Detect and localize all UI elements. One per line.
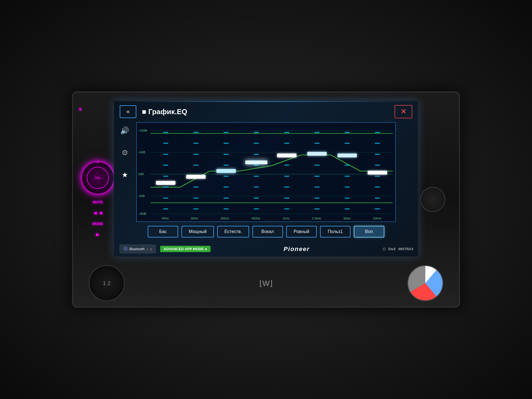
- eq-band-1khz: [272, 128, 302, 213]
- eq-slider-handle-4[interactable]: [245, 160, 267, 164]
- preset-user1[interactable]: Польз1: [320, 226, 351, 237]
- tick: [314, 132, 319, 133]
- tick: [254, 154, 259, 155]
- gear-icon[interactable]: ⚙: [117, 145, 132, 160]
- eq-sliders: [150, 128, 393, 213]
- top-bar: « ■ График.EQ ✕: [114, 101, 418, 122]
- knob-mark-1: 1: [103, 280, 106, 287]
- tick: [254, 176, 259, 177]
- app-mode-badge: ADVANCED APP MODE◄: [160, 246, 211, 252]
- divx-badge: DivX: [388, 247, 396, 251]
- volume-knob[interactable]: VOL: [81, 161, 114, 195]
- band-ticks-6: [302, 128, 332, 213]
- speaker-icon[interactable]: 🔊: [117, 123, 132, 138]
- tick: [224, 165, 229, 166]
- tick: [375, 198, 380, 199]
- tick: [163, 176, 168, 177]
- freq-6khz: 6kHz: [344, 217, 351, 220]
- vol-plus-icon[interactable]: +: [78, 106, 82, 113]
- tick: [284, 208, 289, 209]
- freq-labels: 40Hz 80Hz 200Hz 400Hz 1kHz 2.5kHz 6kHz 1…: [150, 217, 393, 220]
- tick: [254, 165, 259, 166]
- preset-buttons: Бас Мощный Естеств. Вокал Ровный Польз1 …: [114, 222, 418, 241]
- grid-label-18db: +18dB: [138, 129, 147, 132]
- pioneer-logo: Pioneer: [211, 245, 383, 253]
- left-bottom-knob[interactable]: 1 2: [89, 265, 125, 301]
- right-dial-container: [407, 265, 443, 301]
- tick: [345, 186, 350, 188]
- preset-powerful[interactable]: Мощный: [181, 226, 214, 237]
- tick: [254, 186, 259, 188]
- band-ticks-1: [150, 128, 181, 213]
- tick: [224, 176, 229, 177]
- tick: [345, 208, 350, 209]
- close-button[interactable]: ✕: [395, 105, 412, 118]
- mode-button[interactable]: MODE: [93, 222, 103, 226]
- tick: [224, 186, 229, 188]
- mixtrax-badge: MIXTRAX: [398, 247, 413, 251]
- grid-label-neg6db: -6dB: [138, 194, 145, 198]
- tick: [375, 154, 380, 155]
- tick: [193, 186, 198, 188]
- bluetooth-right-icon: ⬡: [383, 247, 385, 251]
- prev-button[interactable]: ◄◄: [92, 210, 103, 216]
- preset-bass[interactable]: Бас: [148, 226, 178, 237]
- eq-slider-handle-1[interactable]: [156, 181, 175, 185]
- tick: [375, 176, 380, 177]
- tick: [163, 154, 168, 155]
- screen-bg: « ■ График.EQ ✕ 🔊 ⚙ ★ +18dB +6: [114, 101, 418, 256]
- right-knob[interactable]: [420, 187, 445, 212]
- tick: [224, 208, 229, 209]
- next-button[interactable]: ►: [95, 231, 101, 238]
- tick: [375, 165, 380, 166]
- right-controls: [420, 187, 445, 212]
- tick: [163, 198, 168, 199]
- eq-slider-handle-5[interactable]: [277, 154, 296, 157]
- eq-slider-handle-2[interactable]: [186, 175, 206, 179]
- favorites-icon[interactable]: ★: [117, 168, 132, 182]
- eq-slider-handle-7[interactable]: [337, 154, 357, 157]
- preset-vocal[interactable]: Вокал: [252, 226, 283, 237]
- eq-band-40hz: [150, 128, 181, 213]
- tick: [193, 208, 198, 209]
- tick: [284, 165, 289, 166]
- tick: [314, 143, 319, 144]
- tick: [193, 143, 198, 144]
- tick: [314, 165, 319, 166]
- eq-band-2500hz: [302, 128, 332, 213]
- tick: [193, 198, 198, 199]
- eq-slider-handle-8[interactable]: [368, 171, 387, 175]
- tick: [163, 186, 168, 188]
- preset-natural[interactable]: Естеств.: [217, 226, 249, 237]
- tick: [193, 132, 198, 133]
- eq-slider-handle-3[interactable]: [216, 169, 236, 173]
- eq-band-200hz: [211, 128, 241, 213]
- tick: [284, 176, 289, 177]
- eq-graph: +18dB +6dB 0dB -6dB -18dB: [137, 122, 395, 222]
- eq-slider-handle-6[interactable]: [307, 152, 327, 156]
- tick: [193, 154, 198, 155]
- vol-label: VOL: [95, 176, 101, 180]
- tick: [224, 198, 229, 199]
- vol-minus-icon[interactable]: -: [97, 158, 99, 166]
- preset-bon[interactable]: Bon: [354, 226, 384, 237]
- tick: [163, 132, 168, 133]
- color-temperature-dial[interactable]: [407, 265, 443, 301]
- tick: [284, 198, 289, 199]
- freq-40hz: 40Hz: [162, 217, 169, 220]
- mute-button[interactable]: MUTE: [93, 200, 103, 204]
- freq-1khz: 1kHz: [283, 217, 290, 220]
- preset-flat[interactable]: Ровный: [286, 226, 317, 237]
- freq-2500hz: 2.5kHz: [312, 217, 321, 220]
- tick: [314, 186, 319, 188]
- tick: [345, 143, 350, 144]
- grid-label-0db: 0dB: [138, 172, 144, 176]
- bluetooth-icon: Ⓑ: [123, 246, 128, 252]
- tick: [254, 132, 259, 133]
- tick: [224, 143, 229, 144]
- grid-label-6db: +6dB: [138, 150, 145, 154]
- tick: [314, 198, 319, 199]
- back-button[interactable]: «: [120, 105, 136, 118]
- tick: [163, 143, 168, 144]
- eq-band-10khz: [362, 128, 393, 213]
